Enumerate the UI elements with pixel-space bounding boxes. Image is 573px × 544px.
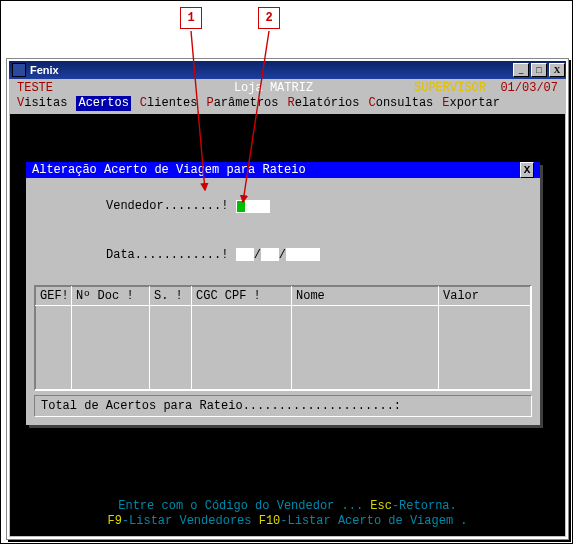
menu-item-visitas[interactable]: Visitas <box>17 96 67 111</box>
content-area: Alteração Acerto de Viagem para Rateio X… <box>10 114 565 536</box>
field-vendedor-label: Vendedor........! <box>106 199 228 213</box>
date-day-input[interactable] <box>236 248 254 261</box>
menu-item-consultas[interactable]: Consultas <box>369 96 434 111</box>
header-band: TESTE Loja MATRIZ SUPERVISOR 01/03/07 Vi… <box>9 79 566 113</box>
cell-s[interactable] <box>150 306 192 390</box>
help-f10-hotkey: F10 <box>259 514 281 528</box>
annotation-callouts: 1 2 <box>1 1 572 61</box>
panel-close-button[interactable]: X <box>520 162 534 178</box>
titlebar: Fenix _ □ X <box>9 61 566 79</box>
menu-item-acertos[interactable]: Acertos <box>76 96 130 111</box>
text-cursor <box>237 201 245 212</box>
menu-item-exportar[interactable]: Exportar <box>442 96 500 111</box>
vendedor-input[interactable] <box>236 200 270 213</box>
callout-1: 1 <box>180 7 202 29</box>
loja-label: Loja MATRIZ <box>234 81 313 96</box>
field-vendedor-row: Vendedor........! <box>34 182 532 231</box>
help-line1-text: Entre com o Código do Vendedor ... <box>118 499 370 513</box>
help-f9-hotkey: F9 <box>107 514 121 528</box>
help-esc-hotkey: Esc <box>370 499 392 513</box>
inner-panel: Alteração Acerto de Viagem para Rateio X… <box>26 162 540 425</box>
col-header: Nº Doc ! <box>72 287 150 306</box>
menu-item-relatórios[interactable]: Relatórios <box>287 96 359 111</box>
col-header: Valor <box>439 287 531 306</box>
table-row <box>36 306 531 390</box>
col-header: GEF! <box>36 287 72 306</box>
cell-gef[interactable] <box>36 306 72 390</box>
field-data-label: Data............! <box>106 248 228 262</box>
data-grid: GEF!Nº Doc !S. !CGC CPF !NomeValor <box>34 285 532 391</box>
date-year-input[interactable] <box>286 248 320 261</box>
col-header: CGC CPF ! <box>192 287 292 306</box>
app-icon <box>12 63 26 77</box>
table-header-row: GEF!Nº Doc !S. !CGC CPF !NomeValor <box>36 287 531 306</box>
total-label: Total de Acertos para Rateio............… <box>41 399 401 413</box>
maximize-button[interactable]: □ <box>531 63 547 77</box>
menu-bar: VisitasAcertosClientesParâmetrosRelatóri… <box>17 96 558 111</box>
app-window: Fenix _ □ X TESTE Loja MATRIZ SUPERVISOR… <box>7 59 568 539</box>
role-label: SUPERVISOR <box>414 81 486 96</box>
panel-titlebar: Alteração Acerto de Viagem para Rateio X <box>26 162 540 178</box>
total-row: Total de Acertos para Rateio............… <box>34 395 532 417</box>
field-data-row: Data............! // <box>34 231 532 280</box>
cell-valor[interactable] <box>439 306 531 390</box>
window-title: Fenix <box>30 64 59 76</box>
env-label: TESTE <box>17 81 53 96</box>
menu-item-parâmetros[interactable]: Parâmetros <box>206 96 278 111</box>
cell-ndoc[interactable] <box>72 306 150 390</box>
minimize-button[interactable]: _ <box>513 63 529 77</box>
col-header: S. ! <box>150 287 192 306</box>
menu-item-clientes[interactable]: Clientes <box>140 96 198 111</box>
date-label: 01/03/07 <box>500 81 558 96</box>
panel-title-text: Alteração Acerto de Viagem para Rateio <box>32 163 306 177</box>
callout-2: 2 <box>258 7 280 29</box>
cell-cgc[interactable] <box>192 306 292 390</box>
cell-nome[interactable] <box>292 306 439 390</box>
date-month-input[interactable] <box>261 248 279 261</box>
close-button[interactable]: X <box>549 63 565 77</box>
help-footer: Entre com o Código do Vendedor ... Esc-R… <box>10 499 565 530</box>
col-header: Nome <box>292 287 439 306</box>
